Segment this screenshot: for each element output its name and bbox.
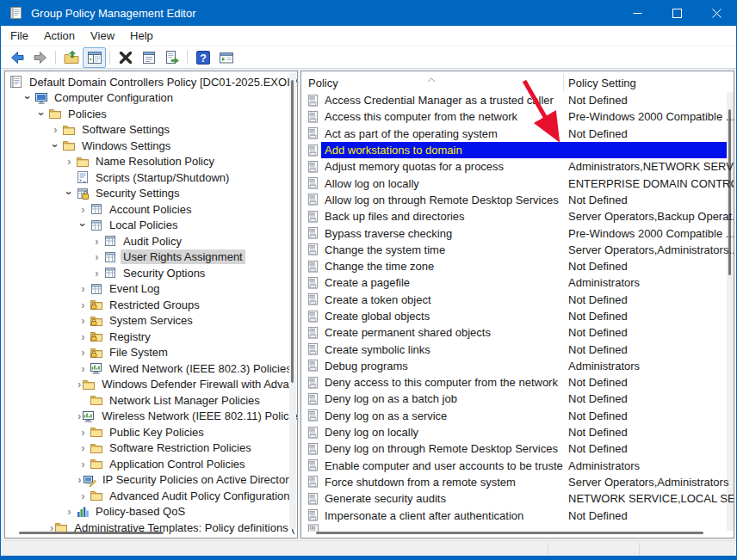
policy-row[interactable]: Bypass traverse checking Pre-Windows 200…: [301, 225, 734, 241]
policy-row[interactable]: Create permanent shared objects Not Defi…: [301, 324, 734, 341]
policy-row[interactable]: Debug programs Administrators: [301, 358, 734, 374]
tree-item[interactable]: Restricted Groups: [5, 297, 297, 313]
tree-expand-chevron-icon[interactable]: [77, 458, 89, 470]
policy-row[interactable]: Change the time zone Not Defined: [301, 258, 734, 274]
policy-row[interactable]: Impersonate a client after authenticatio…: [301, 507, 734, 523]
export-list-button[interactable]: [160, 47, 183, 68]
tree-item[interactable]: Public Key Policies: [5, 424, 297, 440]
show-console-tree-button[interactable]: [83, 47, 106, 68]
policy-row[interactable]: Deny log on through Remote Desktop Servi…: [301, 440, 734, 457]
list-hscroll-thumb[interactable]: [316, 532, 703, 534]
tree-item[interactable]: Policy-based QoS: [5, 504, 297, 520]
policy-row[interactable]: Create a pagefile Administrators: [301, 274, 734, 291]
policy-row[interactable]: Deny log on locally Not Defined: [301, 424, 734, 440]
tree-item[interactable]: IP Security Policies on Active Directory: [5, 472, 297, 489]
policy-row[interactable]: Act as part of the operating system Not …: [301, 126, 734, 142]
tree-item[interactable]: Name Resolution Policy: [5, 154, 297, 170]
policy-row[interactable]: Create global objects Not Defined: [301, 308, 734, 324]
tree-expand-chevron-icon[interactable]: [77, 474, 82, 485]
tree-item[interactable]: Security Options: [5, 265, 297, 281]
tree-item[interactable]: File System: [5, 345, 297, 361]
tree-expand-chevron-icon[interactable]: [91, 236, 102, 247]
tree-item[interactable]: Windows Settings: [5, 138, 297, 154]
policy-row[interactable]: Access Credential Manager as a trusted c…: [301, 92, 734, 108]
policy-row[interactable]: Deny access to this computer from the ne…: [301, 374, 734, 391]
tree-expand-chevron-icon[interactable]: [50, 124, 61, 135]
policy-row[interactable]: Create symbolic links Not Defined: [301, 341, 734, 357]
menu-item[interactable]: Action: [36, 27, 83, 45]
tree-expand-chevron-icon[interactable]: [77, 299, 89, 311]
policy-row[interactable]: Add workstations to domain: [301, 142, 734, 158]
tree-item[interactable]: Software Settings: [5, 122, 297, 138]
policy-row[interactable]: Generate security audits NETWORK SERVICE…: [301, 490, 734, 507]
tree-expand-chevron-icon[interactable]: [36, 108, 47, 120]
column-header-policy-setting[interactable]: Policy Setting: [568, 77, 636, 89]
tree-expand-chevron-icon[interactable]: [77, 315, 89, 326]
tree-expand-chevron-icon[interactable]: [77, 427, 89, 438]
policy-row[interactable]: Deny log on as a batch job Not Defined: [301, 391, 734, 407]
tree-expand-chevron-icon[interactable]: [77, 283, 89, 294]
tree-expand-chevron-icon[interactable]: [77, 410, 81, 422]
tree-item[interactable]: Account Policies: [5, 201, 297, 218]
policy-row[interactable]: Create a token object Not Defined: [301, 292, 734, 308]
tree-item[interactable]: Event Log: [5, 281, 297, 298]
column-header-policy[interactable]: Policy: [308, 77, 338, 89]
tree-expand-chevron-icon[interactable]: [77, 347, 89, 358]
tree-item[interactable]: Local Policies: [5, 218, 297, 234]
tree-item[interactable]: Security Settings: [5, 186, 297, 202]
policy-row[interactable]: Change the system time Server Operators,…: [301, 242, 734, 258]
policy-row[interactable]: Force shutdown from a remote system Serv…: [301, 474, 734, 490]
help-button[interactable]: [191, 47, 214, 68]
tree-expand-chevron-icon[interactable]: [77, 204, 89, 215]
delete-button[interactable]: [114, 47, 137, 68]
tree-expand-chevron-icon[interactable]: [77, 490, 89, 502]
tree-item[interactable]: Software Restriction Policies: [5, 440, 297, 457]
policy-row[interactable]: Enable computer and user accounts to be …: [301, 458, 734, 474]
tree-item[interactable]: Network List Manager Policies: [5, 392, 297, 409]
tree-expand-chevron-icon[interactable]: [64, 156, 75, 167]
tree-expand-chevron-icon[interactable]: [77, 442, 89, 453]
policy-row[interactable]: Access this computer from the network Pr…: [301, 108, 734, 125]
tree-item[interactable]: Advanced Audit Policy Configuration: [5, 488, 297, 504]
tree-item[interactable]: Policies: [5, 106, 297, 122]
policy-row[interactable]: Allow log on locally ENTERPRISE DOMAIN C…: [301, 175, 734, 191]
tree-expand-chevron-icon[interactable]: [77, 331, 89, 342]
back-button[interactable]: [5, 47, 28, 68]
tree-item[interactable]: Application Control Policies: [5, 456, 297, 472]
tree-item[interactable]: Default Domain Controllers Policy [DC01-…: [5, 74, 297, 90]
menu-item[interactable]: File: [3, 27, 36, 45]
minimize-button[interactable]: [617, 0, 657, 26]
menu-item[interactable]: View: [83, 27, 122, 45]
tree-expand-chevron-icon[interactable]: [64, 506, 75, 517]
tree-item[interactable]: User Rights Assignment: [5, 249, 297, 266]
tree-vscroll-thumb[interactable]: [291, 80, 294, 383]
close-button[interactable]: [697, 0, 736, 26]
tree-expand-chevron-icon[interactable]: [50, 140, 61, 151]
tree-vertical-scrollbar[interactable]: [289, 73, 296, 529]
policy-row[interactable]: Back up files and directories Server Ope…: [301, 208, 734, 225]
policy-row[interactable]: Allow log on through Remote Desktop Serv…: [301, 192, 734, 208]
tree-item[interactable]: Wireless Network (IEEE 802.11) Policies: [5, 409, 297, 425]
tree-item[interactable]: Wired Network (IEEE 802.3) Policies: [5, 360, 297, 377]
tree-item[interactable]: Registry: [5, 329, 297, 345]
policy-row[interactable]: Deny log on as a service Not Defined: [301, 408, 734, 424]
tree-expand-chevron-icon[interactable]: [91, 268, 102, 279]
tree-item[interactable]: Audit Policy: [5, 233, 297, 249]
tree-item[interactable]: Computer Configuration: [5, 90, 297, 107]
tree-expand-chevron-icon[interactable]: [77, 363, 89, 374]
forward-button[interactable]: [28, 47, 52, 68]
properties-button[interactable]: [137, 47, 160, 68]
column-divider[interactable]: [563, 74, 564, 91]
tree-item[interactable]: Scripts (Startup/Shutdown): [5, 169, 297, 186]
up-one-level-button[interactable]: [59, 47, 83, 68]
tree-expand-chevron-icon[interactable]: [77, 378, 81, 390]
policy-row[interactable]: Adjust memory quotas for a process Admin…: [301, 158, 734, 175]
tree-expand-chevron-icon[interactable]: [91, 251, 102, 262]
menu-item[interactable]: Help: [122, 27, 161, 45]
new-window-button[interactable]: [214, 47, 238, 68]
maximize-button[interactable]: [657, 0, 697, 26]
tree-expand-chevron-icon[interactable]: [77, 219, 89, 231]
tree-item[interactable]: System Services: [5, 313, 297, 329]
tree-expand-chevron-icon[interactable]: [64, 188, 75, 199]
tree-item[interactable]: Windows Defender Firewall with Advan: [5, 377, 297, 393]
